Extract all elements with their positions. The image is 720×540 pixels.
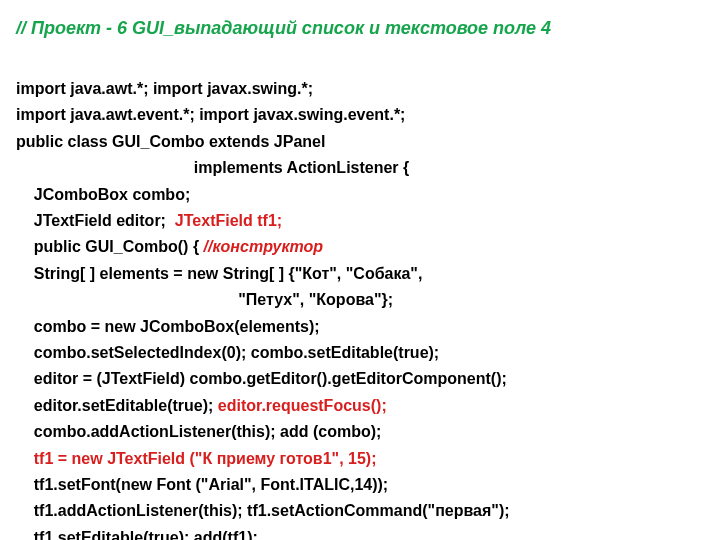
code-line: combo = new JComboBox(elements); <box>16 318 320 335</box>
code-line: import java.awt.event.*; import javax.sw… <box>16 106 405 123</box>
code-block: import java.awt.*; import javax.swing.*;… <box>16 50 704 540</box>
code-line: import java.awt.*; import javax.swing.*; <box>16 80 313 97</box>
code-line: String[ ] elements = new String[ ] {"Кот… <box>16 265 422 282</box>
highlight-red: tf1 = new JTextField ("К приему готов1",… <box>16 450 376 467</box>
code-line: public GUI_Combo() { //конструктор <box>16 238 323 255</box>
comment: //конструктор <box>204 238 324 255</box>
code-line: tf1.addActionListener(this); tf1.setActi… <box>16 502 510 519</box>
code-line: tf1.setEditable(true); add(tf1); <box>16 529 258 540</box>
code-line: "Петух", "Корова"}; <box>16 291 393 308</box>
code-line: combo.addActionListener(this); add (comb… <box>16 423 381 440</box>
code-line: editor = (JTextField) combo.getEditor().… <box>16 370 507 387</box>
code-line: JTextField editor; JTextField tf1; <box>16 212 282 229</box>
code-line: JComboBox combo; <box>16 186 190 203</box>
code-line: combo.setSelectedIndex(0); combo.setEdit… <box>16 344 439 361</box>
code-line: editor.setEditable(true); editor.request… <box>16 397 387 414</box>
slide-title: // Проект - 6 GUI_выпадающий список и те… <box>16 14 704 44</box>
code-line: public class GUI_Combo extends JPanel <box>16 133 325 150</box>
code-line: implements ActionListener { <box>16 159 409 176</box>
code-line: tf1.setFont(new Font ("Arial", Font.ITAL… <box>16 476 388 493</box>
highlight-red: JTextField tf1; <box>175 212 282 229</box>
highlight-red: editor.requestFocus(); <box>218 397 387 414</box>
